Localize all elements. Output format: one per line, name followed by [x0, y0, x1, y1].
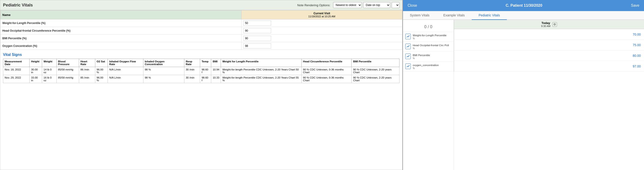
- vs-cell-1-8: 30 /min: [184, 75, 200, 83]
- vs-cell-0-4: 86 /min: [79, 67, 95, 75]
- vs-cell-0-0: Nov. 18, 2022: [3, 67, 30, 75]
- col-name-header: Name: [0, 10, 242, 19]
- column-date-label: Today: [541, 21, 550, 25]
- vitals-row-cell-3: [242, 42, 402, 50]
- vs-cell-1-5: 96.00 %: [95, 75, 108, 83]
- vs-col-header-1: Height: [30, 59, 42, 67]
- chart-icon-3[interactable]: [405, 63, 411, 69]
- sidebar-vital-item-3: oxygen_concentration%: [403, 62, 454, 72]
- vs-col-header-10: BMI: [211, 59, 221, 67]
- data-value-3[interactable]: 97.00: [454, 61, 644, 72]
- vs-col-header-5: O2 Sat: [95, 59, 108, 67]
- right-tabs: System Vitals Example Vitals Pediatric V…: [403, 11, 644, 20]
- order-dropdown[interactable]: Newest to oldest Oldest to newest: [333, 2, 362, 8]
- vitals-row-label-1: Head Occipital-frontal Circumference Per…: [0, 27, 242, 35]
- vs-cell-1-0: Nov. 29, 2022: [3, 75, 30, 83]
- chart-icon-2[interactable]: [405, 54, 411, 59]
- note-rendering-options: Newest to oldest Oldest to newest Date o…: [333, 2, 400, 8]
- tab-pediatric-vitals[interactable]: Pediatric Vitals: [472, 11, 507, 20]
- sidebar-stat: 0 / 0: [403, 22, 454, 32]
- position-dropdown[interactable]: Date on top Date on bottom: [363, 2, 390, 8]
- right-panel: Close C. Patient 11/30/2020 Save System …: [402, 0, 644, 170]
- right-sidebar: 0 / 0 Weight-for-Length Percentile%Head …: [403, 20, 454, 170]
- vs-col-header-2: Weight: [42, 59, 57, 67]
- vitals-input-3[interactable]: [243, 43, 271, 48]
- vs-cell-0-11: Weight-for-length Percentile CDC Unknown…: [221, 67, 302, 75]
- vs-cell-0-2: 14 lb 0 oz: [42, 67, 57, 75]
- save-button[interactable]: Save: [631, 3, 639, 8]
- vs-col-header-6: Inhaled Oxygen Flow Rate: [108, 59, 143, 67]
- vs-cell-0-10: 10.94: [211, 67, 221, 75]
- vs-col-header-12: Head Circumference Percentile: [302, 59, 352, 67]
- third-dropdown[interactable]: [392, 2, 400, 8]
- vs-cell-1-1: 33.00 in: [30, 75, 42, 83]
- vitals-row-cell-1: [242, 27, 402, 35]
- vital-signs-title: Vital Signs: [3, 53, 400, 57]
- vs-cell-1-9: 98.60 f: [200, 75, 211, 83]
- right-data-area: Today 9:30 AM ⚙ 70.0075.0080.0097.00: [454, 20, 644, 170]
- vs-cell-0-7: 98 %: [143, 67, 184, 75]
- vs-cell-1-4: 85 /min: [79, 75, 95, 83]
- vs-cell-0-1: 30.00 in: [30, 67, 42, 75]
- vital-signs-section: Vital Signs Measurement DateHeightWeight…: [0, 50, 402, 170]
- right-header-title: C. Patient 11/30/2020: [506, 3, 542, 8]
- vital-signs-table: Measurement DateHeightWeightBlood Pressu…: [3, 59, 400, 83]
- sidebar-vital-label-3: oxygen_concentration%: [413, 63, 439, 70]
- vs-cell-0-12: 90 % CDC Unknown, 0-36 months Chart: [302, 67, 352, 75]
- vs-cell-0-6: N/A L/min: [108, 67, 143, 75]
- right-content: 0 / 0 Weight-for-Length Percentile%Head …: [403, 20, 644, 170]
- vitals-input-0[interactable]: [243, 20, 271, 26]
- chart-icon-1[interactable]: [405, 44, 411, 49]
- data-column-header: Today 9:30 AM ⚙: [454, 20, 644, 29]
- vs-cell-1-7: 98 %: [143, 75, 184, 83]
- vs-cell-0-5: 96.00 %: [95, 67, 108, 75]
- data-value-1[interactable]: 75.00: [454, 40, 644, 50]
- close-button[interactable]: Close: [408, 3, 417, 8]
- sidebar-vital-label-2: BMI Percentile%: [413, 54, 430, 60]
- sidebar-vital-label-0: Weight-for-Length Percentile%: [413, 34, 446, 40]
- vs-cell-1-3: 85/58 mmHg: [56, 75, 79, 83]
- vs-cell-1-10: 10.33: [211, 75, 221, 83]
- column-time-label: 9:30 AM: [541, 25, 550, 27]
- sidebar-vital-label-1: Head Occipital-frontal Circ Pctl%: [413, 44, 449, 50]
- vs-col-header-13: BMI Percentile: [352, 59, 400, 67]
- table-row: Nov. 18, 202230.00 in14 lb 0 oz85/58 mmH…: [3, 67, 400, 75]
- vitals-form-table: Name Current Visit 11/18/2022 at 10:25 A…: [0, 10, 402, 50]
- sidebar-vital-item-0: Weight-for-Length Percentile%: [403, 32, 454, 42]
- right-header: Close C. Patient 11/30/2020 Save: [403, 0, 644, 11]
- vs-col-header-7: Inhaled Oxygen Concentration: [143, 59, 184, 67]
- vs-cell-1-6: N/A L/min: [108, 75, 143, 83]
- table-row: Nov. 29, 202233.00 in16 lb 0 oz85/58 mmH…: [3, 75, 400, 83]
- vitals-input-1[interactable]: [243, 28, 271, 33]
- vs-cell-1-12: 90 % CDC Unknown, 0-36 months Chart: [302, 75, 352, 83]
- col-current-visit-header: Current Visit 11/18/2022 at 10:25 AM: [242, 10, 402, 19]
- vitals-row-label-3: Oxygen Concentration (%): [0, 42, 242, 50]
- chart-icon-0[interactable]: [405, 34, 411, 39]
- sidebar-vital-item-1: Head Occipital-frontal Circ Pctl%: [403, 42, 454, 52]
- vs-cell-0-13: 90 % CDC Unknown, 2-20 years Chart: [352, 67, 400, 75]
- data-value-2[interactable]: 80.00: [454, 50, 644, 61]
- vs-col-header-3: Blood Pressure: [56, 59, 79, 67]
- data-value-0[interactable]: 70.00: [454, 29, 644, 40]
- gear-icon[interactable]: ⚙: [552, 22, 557, 27]
- vs-cell-1-13: 90 % CDC Unknown, 2-20 years Chart: [352, 75, 400, 83]
- vs-cell-1-11: Weight-for-length Percentile CDC Unknown…: [221, 75, 302, 83]
- note-rendering-label: Note Rendering Options:: [297, 3, 330, 7]
- vs-cell-0-8: 30 /min: [184, 67, 200, 75]
- vitals-form: Name Current Visit 11/18/2022 at 10:25 A…: [0, 10, 402, 50]
- vitals-row-label-0: Weight-for-Length Percentile (%): [0, 19, 242, 27]
- tab-system-vitals[interactable]: System Vitals: [403, 11, 436, 20]
- left-panel: Pediatric Vitals Note Rendering Options:…: [0, 0, 402, 170]
- vitals-input-2[interactable]: [243, 36, 271, 41]
- vitals-row-label-2: BMI Percentile (%): [0, 35, 242, 42]
- vs-col-header-0: Measurement Date: [3, 59, 30, 67]
- tab-example-vitals[interactable]: Example Vitals: [436, 11, 472, 20]
- panel-title: Pediatric Vitals: [3, 3, 33, 8]
- vs-cell-0-3: 85/58 mmHg: [56, 67, 79, 75]
- vs-cell-1-2: 16 lb 0 oz: [42, 75, 57, 83]
- vs-col-header-4: Heart Rate: [79, 59, 95, 67]
- vs-col-header-9: Temp: [200, 59, 211, 67]
- vs-col-header-8: Resp Rate: [184, 59, 200, 67]
- vitals-row-cell-0: [242, 19, 402, 27]
- sidebar-vital-item-2: BMI Percentile%: [403, 52, 454, 62]
